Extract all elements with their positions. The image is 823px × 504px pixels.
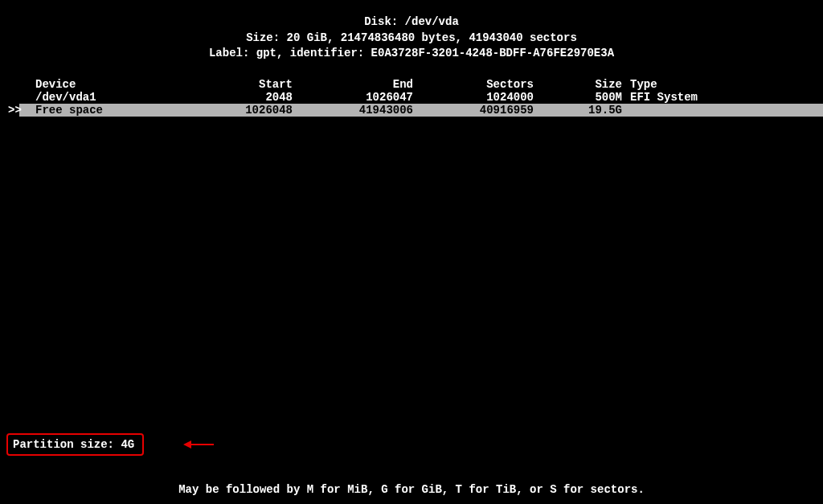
row-sectors: 1024000 xyxy=(413,91,534,104)
size-header: Size xyxy=(534,78,622,91)
table-row-selected[interactable]: >> Free space 1026048 41943006 40916959 … xyxy=(0,104,823,117)
disk-info-header: Disk: /dev/vda Size: 20 GiB, 21474836480… xyxy=(0,0,823,62)
row-selector: >> xyxy=(0,104,19,117)
row-end: 1026047 xyxy=(293,91,413,104)
row-device: /dev/vda1 xyxy=(19,91,172,104)
row-size: 19.5G xyxy=(534,104,622,117)
row-selector xyxy=(0,91,19,104)
disk-device-line: Disk: /dev/vda xyxy=(0,14,823,31)
hint-footer: May be followed by M for MiB, G for GiB,… xyxy=(0,483,823,496)
partition-size-input[interactable]: Partition size: 4G xyxy=(6,433,144,456)
start-header: Start xyxy=(172,78,293,91)
disk-size-line: Size: 20 GiB, 21474836480 bytes, 4194304… xyxy=(0,31,823,47)
device-header: Device xyxy=(19,78,172,91)
row-device: Free space xyxy=(19,104,172,117)
type-header: Type xyxy=(622,78,783,91)
hint-text: May be followed by M for MiB, G for GiB,… xyxy=(178,483,645,496)
end-header: End xyxy=(293,78,413,91)
partition-size-input-area: Partition size: 4G xyxy=(6,433,144,456)
row-start: 2048 xyxy=(172,91,293,104)
annotation-arrow-icon xyxy=(183,440,214,449)
row-end: 41943006 xyxy=(293,104,413,117)
disk-label-line: Label: gpt, identifier: E0A3728F-3201-42… xyxy=(0,46,823,62)
row-sectors: 40916959 xyxy=(413,104,534,117)
table-row[interactable]: /dev/vda1 2048 1026047 1024000 500M EFI … xyxy=(0,91,823,104)
selector-header xyxy=(0,78,19,91)
input-label: Partition size: xyxy=(13,438,121,451)
row-type: EFI System xyxy=(622,91,783,104)
table-header-row: Device Start End Sectors Size Type xyxy=(0,78,823,91)
row-size: 500M xyxy=(534,91,622,104)
row-type xyxy=(622,104,783,117)
input-value: 4G xyxy=(121,438,134,451)
sectors-header: Sectors xyxy=(413,78,534,91)
partition-table: Device Start End Sectors Size Type /dev/… xyxy=(0,78,823,117)
row-start: 1026048 xyxy=(172,104,293,117)
